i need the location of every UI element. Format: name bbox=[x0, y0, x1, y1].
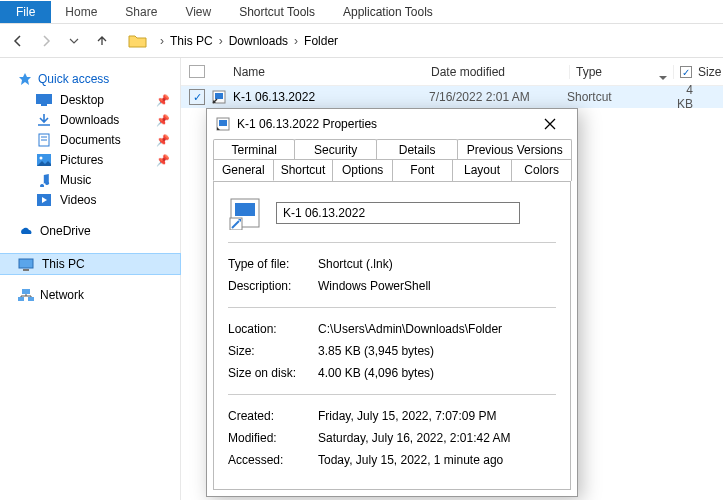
value-accessed: Today, July 15, 2022, 1 minute ago bbox=[318, 453, 556, 467]
breadcrumb[interactable]: › This PC › Downloads › Folder bbox=[152, 34, 717, 48]
sidebar-label: Quick access bbox=[38, 72, 109, 86]
crumb-folder[interactable]: Folder bbox=[302, 34, 340, 48]
label-modified: Modified: bbox=[228, 431, 318, 445]
shortcut-file-icon bbox=[228, 196, 262, 230]
nav-forward-icon bbox=[34, 29, 58, 53]
column-header-size[interactable]: ✓ Size bbox=[673, 65, 723, 79]
downloads-icon bbox=[36, 113, 52, 127]
nav-recent-icon[interactable] bbox=[62, 29, 86, 53]
sidebar-item-label: Documents bbox=[60, 133, 121, 147]
navbar: › This PC › Downloads › Folder bbox=[0, 24, 723, 58]
sidebar-item-videos[interactable]: Videos bbox=[0, 190, 180, 210]
value-size-on-disk: 4.00 KB (4,096 bytes) bbox=[318, 366, 556, 380]
tab-security[interactable]: Security bbox=[294, 139, 376, 160]
cloud-icon bbox=[18, 225, 34, 237]
tab-previous-versions[interactable]: Previous Versions bbox=[457, 139, 572, 160]
tab-terminal[interactable]: Terminal bbox=[213, 139, 295, 160]
sidebar-item-label: Videos bbox=[60, 193, 96, 207]
chevron-right-icon[interactable]: › bbox=[215, 34, 227, 48]
ribbon: File Home Share View Shortcut Tools Appl… bbox=[0, 0, 723, 24]
tab-font[interactable]: Font bbox=[392, 159, 453, 181]
column-header-date[interactable]: Date modified bbox=[431, 65, 569, 79]
tab-general[interactable]: General bbox=[213, 159, 274, 181]
row-checkbox[interactable]: ✓ bbox=[189, 89, 205, 105]
pin-icon: 📌 bbox=[156, 134, 170, 147]
label-size: Size: bbox=[228, 344, 318, 358]
svg-rect-14 bbox=[28, 297, 34, 301]
tab-colors[interactable]: Colors bbox=[511, 159, 572, 181]
file-type: Shortcut bbox=[567, 90, 677, 104]
sidebar-item-label: Downloads bbox=[60, 113, 119, 127]
shortcut-file-icon bbox=[215, 116, 231, 132]
documents-icon bbox=[36, 133, 52, 147]
star-icon bbox=[18, 72, 32, 86]
tab-options[interactable]: Options bbox=[332, 159, 393, 181]
ribbon-tab-view[interactable]: View bbox=[171, 1, 225, 23]
navigation-pane: Quick access Desktop 📌 Downloads 📌 Docum… bbox=[0, 58, 181, 500]
dialog-titlebar[interactable]: K-1 06.13.2022 Properties bbox=[207, 109, 577, 139]
sidebar-item-pictures[interactable]: Pictures 📌 bbox=[0, 150, 180, 170]
pin-icon: 📌 bbox=[156, 114, 170, 127]
pictures-icon bbox=[36, 154, 52, 166]
pin-icon: 📌 bbox=[156, 94, 170, 107]
tab-layout[interactable]: Layout bbox=[452, 159, 513, 181]
chevron-right-icon[interactable]: › bbox=[156, 34, 168, 48]
value-modified: Saturday, July 16, 2022, 2:01:42 AM bbox=[318, 431, 556, 445]
filename-input[interactable] bbox=[276, 202, 520, 224]
sidebar-item-documents[interactable]: Documents 📌 bbox=[0, 130, 180, 150]
svg-rect-2 bbox=[41, 104, 47, 106]
svg-rect-1 bbox=[36, 94, 52, 104]
sidebar-quick-access[interactable]: Quick access bbox=[0, 70, 180, 90]
network-icon bbox=[18, 288, 34, 302]
ribbon-tab-application-tools[interactable]: Application Tools bbox=[329, 1, 447, 23]
nav-back-icon[interactable] bbox=[6, 29, 30, 53]
tab-shortcut[interactable]: Shortcut bbox=[273, 159, 334, 181]
sidebar-label: OneDrive bbox=[40, 224, 91, 238]
column-header-type[interactable]: Type bbox=[569, 65, 673, 79]
file-size: 4 KB bbox=[677, 83, 723, 111]
column-chooser-icon[interactable]: ✓ bbox=[680, 66, 692, 78]
sidebar-this-pc[interactable]: This PC bbox=[0, 254, 180, 274]
svg-marker-0 bbox=[19, 73, 31, 85]
sidebar-network[interactable]: Network bbox=[0, 286, 180, 306]
label-accessed: Accessed: bbox=[228, 453, 318, 467]
sidebar-item-desktop[interactable]: Desktop 📌 bbox=[0, 90, 180, 110]
sidebar-label: This PC bbox=[42, 257, 85, 271]
value-type-of-file: Shortcut (.lnk) bbox=[318, 257, 556, 271]
svg-rect-16 bbox=[215, 93, 223, 99]
ribbon-tab-share[interactable]: Share bbox=[111, 1, 171, 23]
ribbon-tab-file[interactable]: File bbox=[0, 1, 51, 23]
ribbon-tab-shortcut-tools[interactable]: Shortcut Tools bbox=[225, 1, 329, 23]
label-created: Created: bbox=[228, 409, 318, 423]
crumb-downloads[interactable]: Downloads bbox=[227, 34, 290, 48]
close-button[interactable] bbox=[531, 110, 569, 138]
svg-rect-19 bbox=[219, 120, 227, 126]
sidebar-onedrive[interactable]: OneDrive bbox=[0, 222, 180, 242]
pin-icon: 📌 bbox=[156, 154, 170, 167]
properties-dialog: K-1 06.13.2022 Properties Terminal Secur… bbox=[206, 108, 578, 497]
select-all-checkbox[interactable] bbox=[189, 65, 205, 78]
chevron-right-icon[interactable]: › bbox=[290, 34, 302, 48]
svg-rect-12 bbox=[22, 289, 30, 294]
divider bbox=[228, 307, 556, 308]
music-icon bbox=[36, 173, 52, 187]
sidebar-item-label: Pictures bbox=[60, 153, 103, 167]
column-header-name[interactable]: Name bbox=[213, 65, 431, 79]
label-location: Location: bbox=[228, 322, 318, 336]
label-type-of-file: Type of file: bbox=[228, 257, 318, 271]
crumb-this-pc[interactable]: This PC bbox=[168, 34, 215, 48]
file-row[interactable]: ✓ K-1 06.13.2022 7/16/2022 2:01 AM Short… bbox=[181, 86, 723, 108]
tab-details[interactable]: Details bbox=[376, 139, 458, 160]
close-icon bbox=[544, 118, 556, 130]
videos-icon bbox=[36, 194, 52, 206]
pc-icon bbox=[18, 258, 34, 271]
dialog-title: K-1 06.13.2022 Properties bbox=[237, 117, 531, 131]
value-created: Friday, July 15, 2022, 7:07:09 PM bbox=[318, 409, 556, 423]
sidebar-item-music[interactable]: Music bbox=[0, 170, 180, 190]
svg-rect-13 bbox=[18, 297, 24, 301]
nav-up-icon[interactable] bbox=[90, 29, 114, 53]
sidebar-item-downloads[interactable]: Downloads 📌 bbox=[0, 110, 180, 130]
label-description: Description: bbox=[228, 279, 318, 293]
value-location: C:\Users\Admin\Downloads\Folder bbox=[318, 322, 556, 336]
ribbon-tab-home[interactable]: Home bbox=[51, 1, 111, 23]
